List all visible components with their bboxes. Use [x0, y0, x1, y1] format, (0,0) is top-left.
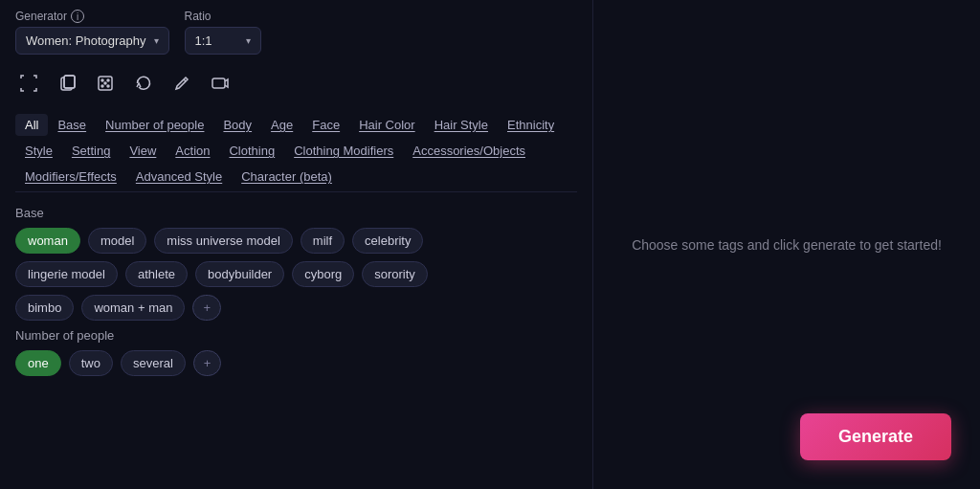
base-tags-row-3: bimbo woman + man +	[15, 295, 577, 321]
tab-base[interactable]: Base	[48, 114, 96, 136]
svg-point-6	[104, 82, 106, 84]
generator-label: Generator i	[15, 10, 169, 23]
tag-one[interactable]: one	[15, 350, 61, 376]
dice-icon[interactable]	[92, 70, 119, 97]
tab-clothing-modifiers[interactable]: Clothing Modifiers	[284, 140, 403, 162]
svg-point-5	[107, 79, 109, 81]
tab-accessories-objects[interactable]: Accessories/Objects	[403, 140, 535, 162]
svg-rect-10	[212, 78, 225, 88]
generator-dropdown-arrow: ▾	[154, 35, 159, 46]
top-controls: Generator i Women: Photography ▾ Ratio 1…	[15, 10, 577, 55]
ratio-group: Ratio 1:1 ▾	[185, 10, 261, 55]
tag-several[interactable]: several	[121, 350, 186, 376]
base-section: Base woman model miss universe model mil…	[15, 206, 577, 321]
people-tags-row: one two several +	[15, 350, 577, 376]
tab-character-beta[interactable]: Character (beta)	[232, 166, 342, 188]
generator-dropdown[interactable]: Women: Photography ▾	[15, 27, 169, 55]
tab-modifiers-effects[interactable]: Modifiers/Effects	[15, 166, 126, 188]
tag-milf[interactable]: milf	[301, 228, 345, 254]
tag-sorority[interactable]: sorority	[362, 261, 428, 287]
ratio-dropdown[interactable]: 1:1 ▾	[185, 27, 261, 55]
generate-area: Generate	[800, 413, 951, 460]
right-panel: Choose some tags and click generate to g…	[593, 0, 980, 489]
svg-line-9	[184, 79, 186, 81]
generator-info-icon[interactable]: i	[71, 10, 84, 23]
tab-body[interactable]: Body	[213, 114, 261, 136]
tab-hair-color[interactable]: Hair Color	[349, 114, 425, 136]
generate-button[interactable]: Generate	[800, 413, 951, 460]
tab-hair-style[interactable]: Hair Style	[425, 114, 498, 136]
copy-icon[interactable]	[54, 70, 80, 97]
ratio-dropdown-arrow: ▾	[246, 35, 251, 46]
tag-bimbo[interactable]: bimbo	[15, 295, 74, 321]
tag-cyborg[interactable]: cyborg	[292, 261, 354, 287]
base-section-label: Base	[15, 206, 577, 220]
nav-tabs: All Base Number of people Body Age Face …	[15, 114, 577, 192]
svg-point-8	[107, 85, 109, 87]
edit-icon[interactable]	[168, 70, 195, 97]
tab-advanced-style[interactable]: Advanced Style	[126, 166, 232, 188]
tag-bodybuilder[interactable]: bodybuilder	[195, 261, 284, 287]
tag-athlete[interactable]: athlete	[125, 261, 188, 287]
tag-people-plus[interactable]: +	[193, 350, 222, 376]
number-of-people-section: Number of people one two several +	[15, 328, 577, 376]
tag-celebrity[interactable]: celebrity	[352, 228, 423, 254]
base-tags-row-2: lingerie model athlete bodybuilder cybor…	[15, 261, 577, 287]
tab-number-of-people[interactable]: Number of people	[96, 114, 213, 136]
toolbar	[15, 64, 577, 102]
tab-face[interactable]: Face	[302, 114, 349, 136]
left-panel: Generator i Women: Photography ▾ Ratio 1…	[0, 0, 593, 489]
refresh-icon[interactable]	[130, 70, 157, 97]
tab-view[interactable]: View	[120, 140, 166, 162]
base-tags-row: woman model miss universe model milf cel…	[15, 228, 577, 254]
svg-point-7	[101, 85, 103, 87]
tag-lingerie-model[interactable]: lingerie model	[15, 261, 118, 287]
number-of-people-label: Number of people	[15, 328, 577, 343]
ratio-label: Ratio	[185, 10, 261, 23]
video-icon[interactable]	[207, 70, 234, 97]
tab-clothing[interactable]: Clothing	[219, 140, 284, 162]
tab-ethnicity[interactable]: Ethnicity	[498, 114, 564, 136]
tab-all[interactable]: All	[15, 114, 48, 136]
tab-style[interactable]: Style	[15, 140, 62, 162]
tag-woman-man[interactable]: woman + man	[81, 295, 185, 321]
svg-point-4	[101, 79, 103, 81]
tab-age[interactable]: Age	[261, 114, 302, 136]
tag-woman[interactable]: woman	[15, 228, 80, 254]
tag-model[interactable]: model	[88, 228, 146, 254]
svg-rect-1	[64, 76, 75, 88]
tag-base-plus[interactable]: +	[192, 295, 221, 321]
generator-group: Generator i Women: Photography ▾	[15, 10, 169, 55]
tab-action[interactable]: Action	[166, 140, 219, 162]
tab-setting[interactable]: Setting	[62, 140, 120, 162]
crop-icon[interactable]	[15, 70, 42, 97]
tag-miss-universe-model[interactable]: miss universe model	[154, 228, 293, 254]
tag-two[interactable]: two	[69, 350, 113, 376]
prompt-text: Choose some tags and click generate to g…	[632, 237, 942, 253]
